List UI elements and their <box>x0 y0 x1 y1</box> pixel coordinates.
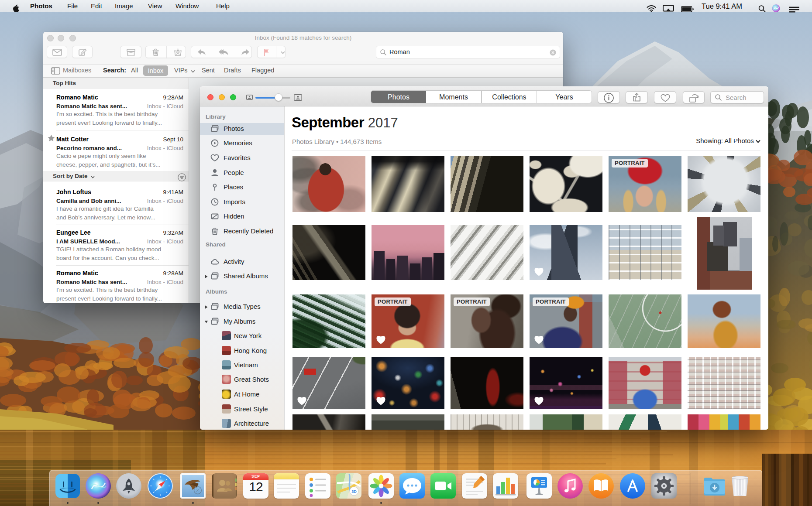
svg-text:3D: 3D <box>351 489 357 494</box>
